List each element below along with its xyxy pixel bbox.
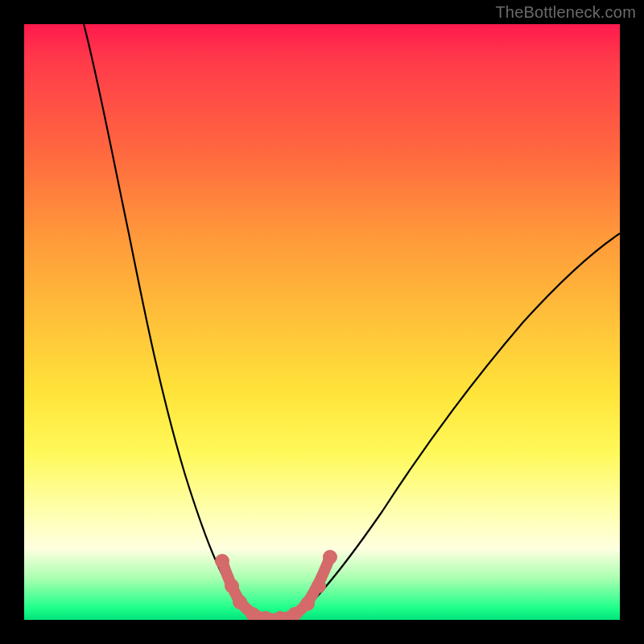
bottleneck-curve: [24, 24, 620, 620]
curve-left-branch: [84, 24, 250, 616]
optimum-range-markers: [215, 550, 337, 620]
curve-right-branch: [294, 233, 620, 618]
svg-point-7: [300, 597, 315, 611]
svg-point-1: [225, 579, 239, 593]
svg-point-8: [312, 579, 326, 593]
plot-area: [24, 24, 620, 620]
svg-point-0: [215, 554, 229, 568]
chart-frame: TheBottleneck.com: [0, 0, 644, 644]
svg-point-9: [323, 550, 337, 564]
svg-point-2: [233, 595, 247, 609]
watermark-text: TheBottleneck.com: [495, 3, 636, 22]
